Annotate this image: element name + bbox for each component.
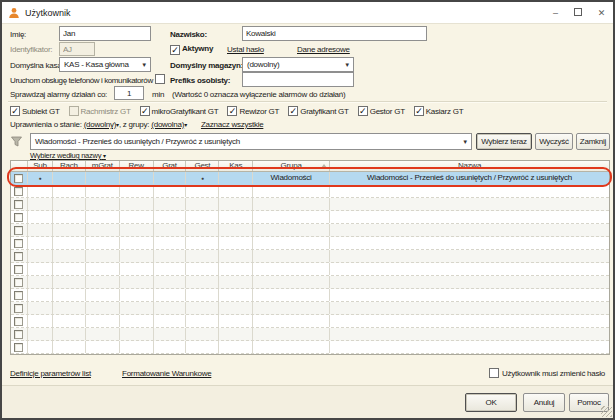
table-row[interactable] [11, 250, 609, 263]
row-checkbox[interactable] [14, 265, 23, 274]
table-row[interactable] [11, 276, 609, 289]
cell-rach [53, 315, 86, 327]
phones-checkbox[interactable] [155, 74, 165, 84]
row-checkbox[interactable] [14, 252, 23, 261]
table-row[interactable] [11, 341, 609, 354]
module-checkbox-3[interactable]: ✓Rewizor GT [227, 106, 279, 116]
cell-grupa [253, 250, 330, 262]
address-data-link[interactable]: Dane adresowe [297, 45, 350, 54]
row-checkbox[interactable] [14, 291, 23, 300]
column-header-grat[interactable]: Grat [154, 161, 187, 171]
table-row-selected[interactable]: ●●WiadomościWiadomości - Przenieś do usu… [11, 172, 609, 185]
default-cash-label: Domyślna kasa: [10, 61, 63, 70]
permissions-state-link[interactable]: (dowolny) [84, 120, 116, 129]
cell-rach [53, 172, 86, 184]
filter-icon [10, 135, 23, 148]
phones-checkbox-box[interactable] [155, 74, 165, 84]
table-row[interactable] [11, 315, 609, 328]
cell-grupa: Wiadomości [253, 172, 330, 184]
must-change-password-box[interactable] [489, 368, 499, 378]
row-checkbox[interactable] [14, 343, 23, 352]
column-header-nazwa[interactable]: Nazwa [330, 161, 609, 171]
cell-kas [219, 172, 253, 184]
select-all-link[interactable]: Zaznacz wszystkie [201, 120, 263, 129]
row-checkbox[interactable] [14, 330, 23, 339]
column-header-grupa[interactable]: Grupa [253, 161, 330, 171]
module-checkbox-6[interactable]: ✓Kasiarz GT [414, 106, 464, 116]
table-row[interactable] [11, 328, 609, 341]
module-checkbox-box[interactable]: ✓ [414, 106, 424, 116]
close-list-button[interactable]: Zamknij [576, 133, 610, 150]
row-checkbox-cell [11, 237, 28, 249]
choose-by-name-link[interactable]: Wybierz według nazwy ▾ [30, 151, 106, 160]
module-checkbox-box[interactable]: ✓ [358, 106, 368, 116]
choose-now-button[interactable]: Wybierz teraz [476, 133, 532, 150]
dropdown-arrow-icon[interactable]: ▼ [462, 139, 468, 145]
module-checkbox-box[interactable]: ✓ [140, 106, 150, 116]
row-checkbox[interactable] [14, 239, 23, 248]
maximize-icon [574, 8, 582, 16]
column-header-sub[interactable]: Sub [28, 161, 53, 171]
row-checkbox[interactable] [14, 187, 23, 196]
row-checkbox[interactable] [14, 200, 23, 209]
active-checkbox-box[interactable]: ✓ [170, 45, 180, 55]
table-row[interactable] [11, 302, 609, 315]
table-row[interactable] [11, 224, 609, 237]
module-checkbox-2[interactable]: ✓mikroGratyfikant GT [140, 106, 219, 116]
title-bar[interactable]: Użytkownik – ✕ [2, 2, 613, 24]
row-checkbox[interactable] [14, 304, 23, 313]
permissions-group-link[interactable]: (dowolna) [151, 120, 184, 129]
table-row[interactable] [11, 185, 609, 198]
minimize-button[interactable]: – [553, 9, 558, 18]
close-button[interactable]: ✕ [598, 9, 605, 18]
cell-rach [53, 198, 86, 210]
maximize-button[interactable] [574, 8, 582, 18]
prefix-input[interactable] [242, 72, 354, 87]
column-header-rach[interactable]: Rach [53, 161, 86, 171]
row-checkbox[interactable] [14, 278, 23, 287]
column-header-kas[interactable]: Kas [219, 161, 253, 171]
default-cash-select[interactable]: KAS - Kasa główna▼ [59, 57, 151, 72]
row-checkbox[interactable] [14, 174, 23, 183]
list-parameters-link[interactable]: Definicje parametrów list [10, 369, 91, 378]
cell-nazwa [330, 276, 609, 288]
conditional-formatting-link[interactable]: Formatowanie Warunkowe [122, 369, 211, 378]
table-row[interactable] [11, 211, 609, 224]
ok-button[interactable]: OK [465, 393, 517, 412]
chevron-down-icon[interactable]: ▾ [184, 121, 187, 128]
active-checkbox[interactable]: ✓ Aktywny [170, 44, 213, 55]
cancel-button[interactable]: Anuluj [523, 393, 565, 412]
must-change-password-checkbox[interactable]: Użytkownik musi zmienić hasło [489, 368, 605, 378]
column-header-rew[interactable]: Rew [120, 161, 154, 171]
table-row[interactable] [11, 289, 609, 302]
cell-grat [154, 328, 187, 340]
row-checkbox[interactable] [14, 317, 23, 326]
module-checkbox-5[interactable]: ✓Gestor GT [358, 106, 405, 116]
alarms-interval-input[interactable] [114, 86, 144, 100]
cell-rach [53, 211, 86, 223]
table-row[interactable] [11, 263, 609, 276]
resize-grip[interactable] [601, 406, 612, 417]
row-checkbox[interactable] [14, 213, 23, 222]
first-name-input[interactable] [59, 26, 151, 41]
module-checkbox-0[interactable]: ✓Subiekt GT [10, 106, 60, 116]
table-row[interactable] [11, 198, 609, 211]
permission-search-combo[interactable]: Wiadomości - Przenieś do usuniętych / Pr… [30, 133, 472, 150]
cell-mgrat [86, 289, 120, 301]
last-name-input[interactable] [242, 26, 427, 41]
default-warehouse-select[interactable]: (dowolny)▼ [242, 57, 354, 72]
row-checkbox[interactable] [14, 226, 23, 235]
row-checkbox-cell [11, 185, 28, 197]
table-row[interactable] [11, 237, 609, 250]
module-checkbox-box[interactable]: ✓ [227, 106, 237, 116]
cell-rew [120, 172, 154, 184]
module-checkbox-4[interactable]: ✓Gratyfikant GT [288, 106, 349, 116]
column-header-gest[interactable]: Gest [186, 161, 219, 171]
set-password-link[interactable]: Ustal hasło [227, 45, 264, 54]
cell-nazwa [330, 302, 609, 314]
module-checkbox-box[interactable]: ✓ [10, 106, 20, 116]
module-checkbox-box[interactable]: ✓ [288, 106, 298, 116]
column-header-mgrat[interactable]: mGrat [86, 161, 120, 171]
row-checkbox-cell [11, 302, 28, 314]
clear-button[interactable]: Wyczyść [535, 133, 573, 150]
